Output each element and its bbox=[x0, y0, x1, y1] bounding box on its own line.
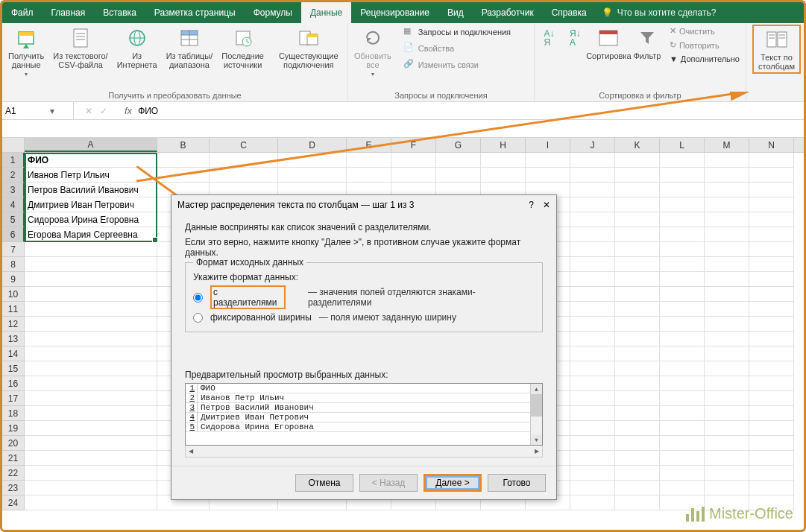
column-header[interactable]: I bbox=[526, 138, 570, 152]
row-header[interactable]: 23 bbox=[2, 481, 25, 495]
cell[interactable] bbox=[749, 391, 794, 406]
sort-za-button[interactable]: Я↓А bbox=[564, 25, 587, 51]
fixed-width-label[interactable]: фиксированной ширины bbox=[210, 312, 312, 323]
cell[interactable] bbox=[25, 466, 157, 481]
scroll-thumb[interactable] bbox=[531, 394, 542, 417]
tell-me-search[interactable]: 💡Что вы хотите сделать? bbox=[602, 7, 717, 18]
row-header[interactable]: 13 bbox=[2, 332, 25, 346]
row-header[interactable]: 17 bbox=[2, 391, 25, 406]
cell[interactable] bbox=[615, 272, 660, 287]
cell[interactable] bbox=[749, 227, 794, 242]
cell[interactable] bbox=[210, 168, 278, 183]
next-button[interactable]: Далее > bbox=[424, 474, 482, 492]
cell[interactable] bbox=[570, 227, 615, 242]
cell[interactable] bbox=[278, 168, 347, 183]
cell[interactable] bbox=[705, 391, 749, 406]
column-header[interactable]: G bbox=[436, 138, 481, 152]
cell[interactable] bbox=[749, 332, 794, 346]
cell[interactable] bbox=[615, 168, 660, 183]
cell[interactable] bbox=[570, 302, 615, 317]
cell[interactable] bbox=[705, 153, 749, 168]
row-header[interactable]: 21 bbox=[2, 451, 25, 466]
cell[interactable] bbox=[25, 272, 157, 287]
cell[interactable] bbox=[25, 346, 157, 361]
refresh-all-button[interactable]: Обновить все ▾ bbox=[351, 25, 394, 79]
finish-button[interactable]: Готово bbox=[488, 474, 546, 492]
cell[interactable] bbox=[749, 466, 794, 481]
cell[interactable] bbox=[705, 406, 749, 421]
cell[interactable] bbox=[25, 302, 157, 317]
row-header[interactable]: 3 bbox=[2, 183, 25, 197]
row-header[interactable]: 7 bbox=[2, 242, 25, 257]
row-header[interactable]: 4 bbox=[2, 197, 25, 212]
cell[interactable] bbox=[749, 302, 794, 317]
cell[interactable] bbox=[570, 361, 615, 376]
cell[interactable] bbox=[615, 451, 660, 466]
tab-разработчик[interactable]: Разработчик bbox=[473, 2, 543, 23]
cell[interactable] bbox=[570, 242, 615, 257]
cell[interactable] bbox=[570, 451, 615, 466]
tab-вставка[interactable]: Вставка bbox=[94, 2, 145, 23]
close-icon[interactable]: ✕ bbox=[543, 200, 550, 210]
column-header[interactable]: H bbox=[481, 138, 526, 152]
tab-разметка страницы[interactable]: Разметка страницы bbox=[145, 2, 245, 23]
row-header[interactable]: 6 bbox=[2, 227, 25, 242]
cell[interactable] bbox=[660, 287, 705, 302]
name-box-input[interactable] bbox=[5, 106, 50, 116]
column-header[interactable]: F bbox=[391, 138, 436, 152]
cell[interactable] bbox=[660, 197, 705, 212]
cell[interactable] bbox=[210, 153, 278, 168]
tab-данные[interactable]: Данные bbox=[301, 2, 351, 23]
cell[interactable] bbox=[25, 436, 157, 451]
sort-az-button[interactable]: А↓Я bbox=[538, 25, 561, 51]
cell[interactable] bbox=[526, 168, 570, 183]
cell[interactable] bbox=[705, 376, 749, 391]
cell[interactable] bbox=[570, 421, 615, 436]
cell[interactable] bbox=[749, 168, 794, 183]
column-header[interactable]: D bbox=[278, 138, 347, 152]
scroll-up-icon[interactable]: ▲ bbox=[531, 384, 542, 394]
scroll-down-icon[interactable]: ▼ bbox=[531, 434, 542, 445]
scroll-right-icon[interactable]: ▶ bbox=[532, 446, 542, 457]
cell[interactable] bbox=[615, 183, 660, 197]
cell[interactable] bbox=[25, 242, 157, 257]
cell[interactable] bbox=[705, 197, 749, 212]
column-header[interactable]: L bbox=[660, 138, 705, 152]
cell[interactable] bbox=[570, 168, 615, 183]
column-header[interactable]: N bbox=[749, 138, 794, 152]
row-header[interactable]: 8 bbox=[2, 257, 25, 272]
cell[interactable] bbox=[660, 361, 705, 376]
cell[interactable] bbox=[749, 436, 794, 451]
cell[interactable] bbox=[660, 227, 705, 242]
row-header[interactable]: 9 bbox=[2, 272, 25, 287]
row-header[interactable]: 15 bbox=[2, 361, 25, 376]
cell[interactable] bbox=[615, 242, 660, 257]
cell[interactable] bbox=[25, 391, 157, 406]
column-header[interactable]: E bbox=[347, 138, 391, 152]
cell[interactable] bbox=[615, 212, 660, 227]
column-header[interactable]: J bbox=[570, 138, 615, 152]
cell[interactable] bbox=[570, 495, 615, 510]
cell[interactable] bbox=[25, 421, 157, 436]
cell[interactable] bbox=[25, 451, 157, 466]
cell[interactable] bbox=[570, 466, 615, 481]
cell[interactable] bbox=[157, 153, 210, 168]
cell[interactable]: Сидорова Ирина Егоровна bbox=[25, 212, 157, 227]
row-header[interactable]: 20 bbox=[2, 436, 25, 451]
delimited-radio[interactable] bbox=[193, 293, 203, 303]
cell[interactable] bbox=[660, 451, 705, 466]
advanced-filter-link[interactable]: ▼Дополнительно bbox=[667, 53, 743, 65]
cell[interactable] bbox=[749, 287, 794, 302]
tab-вид[interactable]: Вид bbox=[438, 2, 473, 23]
cell[interactable] bbox=[749, 242, 794, 257]
cell[interactable]: ФИО bbox=[25, 153, 157, 168]
cell[interactable] bbox=[660, 168, 705, 183]
cell[interactable] bbox=[615, 227, 660, 242]
sort-button[interactable]: Сортировка bbox=[590, 25, 628, 62]
column-header[interactable]: A bbox=[25, 138, 157, 152]
cell[interactable] bbox=[570, 257, 615, 272]
row-header[interactable]: 1 bbox=[2, 153, 25, 168]
edit-links-link[interactable]: 🔗Изменить связи bbox=[400, 57, 514, 72]
cell[interactable] bbox=[570, 332, 615, 346]
cell[interactable] bbox=[615, 481, 660, 495]
